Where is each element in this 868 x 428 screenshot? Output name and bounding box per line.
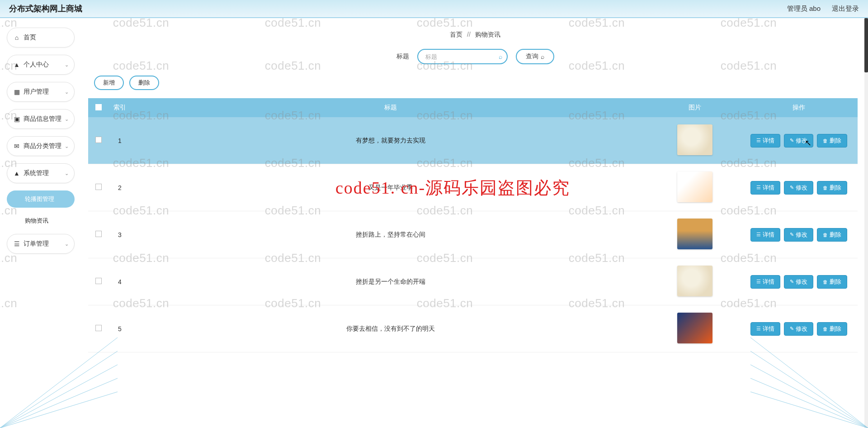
edit-button[interactable]: ✎修改 — [784, 322, 813, 336]
row-index: 5 — [108, 325, 131, 333]
chevron-down-icon: ⌄ — [65, 116, 69, 122]
row-checkbox[interactable] — [95, 137, 102, 143]
detail-button[interactable]: ☰详情 — [750, 134, 780, 147]
detail-button[interactable]: ☰详情 — [750, 322, 780, 336]
sidebar-item-categories[interactable]: ✉ 商品分类管理 ⌄ — [7, 136, 75, 156]
table-body: 1有梦想，就要努力去实现☰详情✎修改🗑删除2又是一年毕业季☰详情✎修改🗑删除3挫… — [88, 117, 858, 352]
edit-button[interactable]: ✎修改 — [784, 181, 813, 195]
sidebar-item-label: 商品信息管理 — [24, 115, 61, 123]
row-image-cell — [650, 266, 740, 298]
edit-button[interactable]: ✎修改 — [784, 228, 813, 242]
detail-icon: ☰ — [756, 326, 761, 332]
breadcrumb: 首页 // 购物资讯 — [86, 18, 864, 49]
logout-link[interactable]: 退出登录 — [832, 5, 859, 13]
user2-icon: ▲ — [14, 170, 20, 176]
vertical-scrollbar[interactable] — [864, 18, 868, 428]
row-ops: ☰详情✎修改🗑删除 — [740, 224, 858, 245]
search-label: 标题 — [396, 52, 409, 61]
search-button-label: 查询 — [526, 52, 538, 61]
sidebar-item-label: 首页 — [24, 33, 36, 42]
row-ops: ☰详情✎修改🗑删除 — [740, 319, 858, 339]
edit-icon: ✎ — [790, 232, 794, 238]
action-bar: 新增 删除 — [94, 76, 864, 90]
search-icon[interactable]: ⌕ — [499, 53, 502, 60]
header-ops: 操作 — [740, 104, 858, 112]
edit-button[interactable]: ✎修改 — [784, 275, 813, 289]
breadcrumb-home[interactable]: 首页 — [450, 31, 462, 38]
chevron-down-icon: ⌄ — [65, 62, 69, 68]
row-image[interactable] — [677, 171, 712, 202]
add-button[interactable]: 新增 — [94, 76, 124, 90]
scrollbar-thumb[interactable] — [864, 18, 868, 72]
search-input-wrap: ⌕ — [417, 49, 508, 64]
breadcrumb-sep: // — [467, 31, 471, 38]
user-icon: ▲ — [14, 62, 20, 68]
detail-button[interactable]: ☰详情 — [750, 228, 780, 242]
row-index: 2 — [108, 184, 131, 191]
row-image[interactable] — [677, 313, 712, 343]
edit-button[interactable]: ✎修改 — [784, 134, 813, 147]
detail-icon: ☰ — [756, 185, 761, 190]
sidebar-item-label: 订单管理 — [24, 240, 49, 248]
search-input[interactable] — [417, 49, 508, 64]
row-checkbox[interactable] — [95, 278, 102, 284]
detail-button[interactable]: ☰详情 — [750, 181, 780, 195]
row-image[interactable] — [677, 266, 712, 296]
row-checkbox-cell — [88, 231, 108, 238]
trash-icon: 🗑 — [823, 326, 828, 332]
row-checkbox-cell — [88, 325, 108, 333]
sidebar-item-label: 轮播图管理 — [25, 195, 54, 202]
table-row: 4挫折是另一个生命的开端☰详情✎修改🗑删除 — [88, 258, 858, 305]
row-ops: ☰详情✎修改🗑删除 — [740, 130, 858, 151]
row-delete-button[interactable]: 🗑删除 — [817, 322, 847, 336]
trash-icon: 🗑 — [823, 138, 828, 143]
table-row: 2又是一年毕业季☰详情✎修改🗑删除 — [88, 164, 858, 211]
chevron-down-icon: ⌄ — [65, 89, 69, 95]
sidebar-item-products[interactable]: ▣ 商品信息管理 ⌄ — [7, 109, 75, 129]
sidebar-item-home[interactable]: ⌂ 首页 — [7, 28, 75, 48]
delete-button[interactable]: 删除 — [129, 76, 159, 90]
row-index: 1 — [108, 137, 131, 144]
header-index: 索引 — [108, 104, 131, 112]
header-right: 管理员 abo 退出登录 — [787, 5, 859, 13]
table-row: 1有梦想，就要努力去实现☰详情✎修改🗑删除 — [88, 117, 858, 164]
sidebar-item-label: 用户管理 — [24, 88, 49, 96]
select-all-checkbox[interactable] — [95, 104, 102, 110]
row-delete-button[interactable]: 🗑删除 — [817, 134, 847, 147]
sidebar-item-label: 系统管理 — [24, 169, 49, 177]
edit-icon: ✎ — [790, 326, 794, 332]
row-ops: ☰详情✎修改🗑删除 — [740, 177, 858, 198]
grid4-icon: ▣ — [14, 116, 20, 122]
row-checkbox[interactable] — [95, 184, 102, 190]
search-button[interactable]: 查询 ⌕ — [516, 49, 554, 64]
row-delete-button[interactable]: 🗑删除 — [817, 228, 847, 242]
row-delete-button[interactable]: 🗑删除 — [817, 275, 847, 289]
chevron-down-icon: ⌄ — [65, 143, 69, 149]
sidebar-sub-carousel[interactable]: 轮播图管理 — [7, 190, 75, 208]
row-checkbox[interactable] — [95, 231, 102, 237]
row-image[interactable] — [677, 124, 712, 155]
row-title: 你要去相信，没有到不了的明天 — [131, 325, 650, 333]
row-title: 挫折是另一个生命的开端 — [131, 278, 650, 286]
edit-icon: ✎ — [790, 279, 794, 285]
row-ops: ☰详情✎修改🗑删除 — [740, 271, 858, 292]
grid-icon: ▦ — [14, 89, 20, 95]
sidebar-item-users[interactable]: ▦ 用户管理 ⌄ — [7, 82, 75, 102]
row-image-cell — [650, 124, 740, 157]
sidebar-item-orders[interactable]: ☰ 订单管理 ⌄ — [7, 234, 75, 254]
detail-button[interactable]: ☰详情 — [750, 275, 780, 289]
sidebar-item-system[interactable]: ▲ 系统管理 ⌄ — [7, 163, 75, 183]
row-checkbox[interactable] — [95, 325, 102, 331]
header-image: 图片 — [650, 104, 740, 112]
row-image[interactable] — [677, 219, 712, 249]
trash-icon: 🗑 — [823, 232, 828, 238]
chevron-down-icon: ⌄ — [65, 241, 69, 247]
sidebar-sub-news[interactable]: 购物资讯 — [7, 212, 75, 229]
table-header: 索引 标题 图片 操作 — [88, 98, 858, 117]
trash-icon: 🗑 — [823, 185, 828, 190]
table-row: 3挫折路上，坚持常在心间☰详情✎修改🗑删除 — [88, 211, 858, 258]
admin-label[interactable]: 管理员 abo — [787, 5, 821, 13]
main-content: 首页 // 购物资讯 标题 ⌕ 查询 ⌕ 新增 删除 索引 标题 图片 操作 1… — [86, 18, 864, 428]
row-delete-button[interactable]: 🗑删除 — [817, 181, 847, 195]
sidebar-item-profile[interactable]: ▲ 个人中心 ⌄ — [7, 55, 75, 75]
